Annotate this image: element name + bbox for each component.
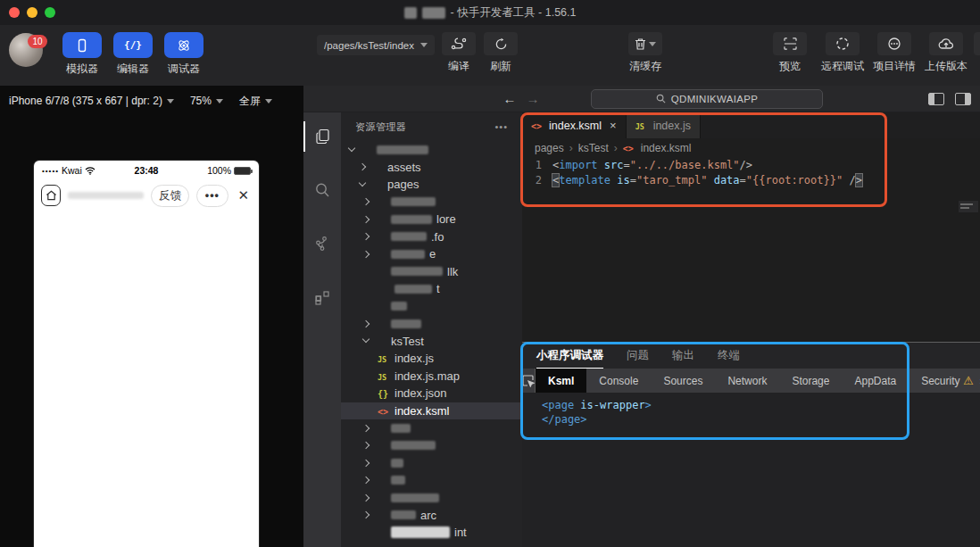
address-text: QDMINIKWAIAPP	[671, 94, 758, 104]
tab-miniapp-debugger[interactable]: 小程序调试器	[536, 343, 603, 369]
minimap[interactable]	[959, 201, 978, 212]
breadcrumb-kstest[interactable]: ksTest	[578, 142, 609, 154]
tree-row[interactable]	[341, 141, 522, 159]
tree-row[interactable]: index.ksml	[341, 402, 522, 420]
tree-row[interactable]	[341, 315, 522, 333]
editor-body[interactable]	[522, 188, 980, 342]
tab-index-ksml[interactable]: index.ksml ×	[522, 112, 627, 138]
tab-terminal[interactable]: 终端	[718, 343, 740, 369]
redacted-name	[391, 302, 407, 311]
feedback-button[interactable]: 反馈	[151, 185, 189, 207]
cloud-upload-icon	[929, 32, 963, 55]
remote-debug-button[interactable]: 远程调试	[816, 32, 869, 74]
cutoff-toolbar-button[interactable]: 问	[971, 32, 980, 74]
editor-mode-button[interactable]: {/} 编辑器	[113, 32, 153, 77]
preview-button[interactable]: 预览	[766, 32, 814, 74]
tree-row[interactable]: llk	[341, 263, 522, 281]
tree-chevron-icon	[361, 214, 371, 225]
upload-version-button[interactable]: 上传版本	[919, 32, 973, 74]
back-button[interactable]: ←	[498, 91, 521, 106]
inspect-element-icon[interactable]	[522, 369, 536, 393]
refresh-button[interactable]: 刷新	[478, 32, 523, 74]
display-mode-select[interactable]: 全屏	[239, 94, 272, 109]
tree-row[interactable]: index.js.map	[341, 368, 522, 385]
devtools-window: - 快手开发者工具 - 1.56.1 10 模拟器 {/} 编辑器	[0, 0, 980, 547]
tree-row[interactable]: arc	[341, 507, 522, 525]
tab-output[interactable]: 输出	[672, 343, 694, 369]
tab-index-js[interactable]: index.js	[627, 112, 701, 138]
devtools-tab[interactable]: Ksml	[536, 369, 586, 393]
tree-chevron-icon	[357, 179, 368, 190]
search-icon[interactable]	[303, 175, 341, 205]
more-button[interactable]: •••	[196, 185, 228, 207]
zoom-window-button[interactable]	[45, 7, 55, 18]
tree-row[interactable]: index.json	[341, 385, 522, 402]
warning-icon[interactable]: ⚠	[963, 374, 974, 387]
tree-row[interactable]: index.js	[341, 350, 522, 368]
cutoff-icon	[974, 32, 980, 55]
minimize-window-button[interactable]	[27, 7, 37, 18]
close-tab-icon[interactable]: ×	[610, 119, 617, 132]
phone-icon	[62, 32, 102, 58]
devtools-tab[interactable]: Console	[586, 369, 651, 393]
redacted-name	[391, 250, 425, 259]
toggle-sidebar-icon[interactable]	[928, 93, 944, 105]
tree-label-fragment: lore	[436, 212, 456, 226]
tab-problems[interactable]: 问题	[627, 343, 649, 369]
tree-row[interactable]	[341, 454, 522, 472]
tree-row[interactable]	[341, 472, 522, 490]
tree-row[interactable]: lore	[341, 211, 522, 228]
ksml-inspector-content[interactable]: <page is-wrapper> </page>	[522, 393, 980, 547]
project-detail-button[interactable]: 项目详情	[868, 32, 921, 74]
traffic-lights	[9, 7, 55, 18]
clear-cache-button[interactable]: 清缓存	[619, 32, 671, 74]
tree-row[interactable]	[341, 419, 522, 437]
tree-row[interactable]: ksTest	[341, 333, 522, 351]
devtools-tab[interactable]: AppData	[842, 369, 909, 393]
files-icon[interactable]	[303, 121, 341, 152]
breadcrumb-file[interactable]: index.ksml	[641, 142, 692, 154]
tree-row[interactable]	[341, 437, 522, 455]
editor-area: index.ksml × index.js pages › ksTest ›	[522, 112, 980, 547]
simulator-mode-button[interactable]: 模拟器	[62, 32, 102, 77]
devtools-tab[interactable]: Network	[715, 369, 779, 393]
tree-row[interactable]	[341, 298, 522, 316]
compile-button[interactable]: 编译	[436, 32, 482, 74]
tree-row[interactable]: pages	[341, 176, 522, 194]
tree-chevron-icon	[357, 162, 368, 172]
close-window-button[interactable]	[9, 7, 20, 18]
tree-row[interactable]	[341, 194, 522, 211]
breadcrumb[interactable]: pages › ksTest › index.ksml	[522, 138, 980, 158]
tree-row[interactable]	[341, 489, 522, 507]
trash-icon	[628, 32, 662, 55]
tree-chevron-icon	[361, 249, 371, 260]
page-path-select[interactable]: /pages/ksTest/index	[317, 35, 435, 55]
home-button[interactable]	[41, 185, 61, 206]
code-token: =	[624, 159, 630, 171]
chevron-down-icon	[167, 99, 174, 104]
tree-row[interactable]: assets	[341, 159, 522, 177]
devtools-tab[interactable]: Storage	[779, 369, 842, 393]
code-editor[interactable]: 1 <import src="../../base.ksml"/> 2 <tem…	[522, 158, 980, 188]
toggle-panel-icon[interactable]	[955, 93, 971, 105]
code-token	[598, 159, 604, 171]
explorer-panel: 资源管理器 •••	[341, 112, 522, 547]
simulator-panel: iPhone 6/7/8 (375 x 667 | dpr: 2) 75% 全屏…	[0, 86, 303, 547]
ellipsis-icon[interactable]: •••	[494, 121, 508, 132]
tree-chevron-icon	[361, 423, 371, 434]
tree-label-fragment: llk	[447, 265, 458, 278]
breadcrumb-pages[interactable]: pages	[535, 142, 564, 154]
tree-row[interactable]: t	[341, 280, 522, 298]
close-miniapp-button[interactable]: ✕	[236, 187, 253, 203]
address-bar[interactable]: QDMINIKWAIAPP	[591, 89, 823, 109]
zoom-select[interactable]: 75%	[190, 95, 223, 107]
device-select[interactable]: iPhone 6/7/8 (375 x 667 | dpr: 2)	[9, 95, 174, 107]
devtools-tab[interactable]: Sources	[651, 369, 715, 393]
tree-row[interactable]: e	[341, 245, 522, 263]
debugger-mode-button[interactable]: 调试器	[164, 32, 203, 77]
source-control-icon[interactable]	[303, 228, 341, 259]
extensions-icon[interactable]	[303, 282, 341, 312]
tree-row[interactable]: .fo	[341, 228, 522, 246]
tree-row[interactable]: int	[341, 524, 522, 542]
forward-button[interactable]: →	[521, 91, 544, 106]
